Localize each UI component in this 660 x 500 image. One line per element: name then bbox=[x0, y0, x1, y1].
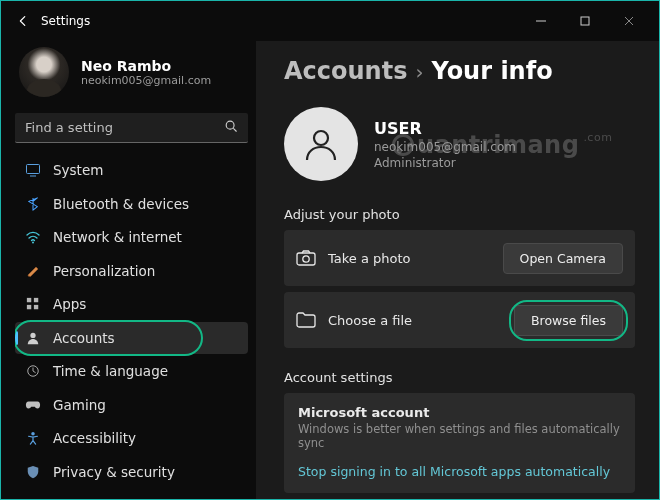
svg-rect-6 bbox=[27, 305, 31, 309]
sidebar-item-network[interactable]: Network & internet bbox=[15, 222, 248, 253]
open-camera-button[interactable]: Open Camera bbox=[503, 243, 623, 274]
gaming-icon bbox=[25, 397, 41, 413]
sidebar-item-label: Personalization bbox=[53, 263, 155, 279]
account-settings-heading: Account settings bbox=[284, 370, 635, 385]
search-input[interactable] bbox=[25, 120, 224, 135]
back-button[interactable] bbox=[9, 7, 37, 35]
sidebar-item-apps[interactable]: Apps bbox=[15, 289, 248, 320]
user-block: USER neokim005@gmail.com Administrator bbox=[284, 107, 635, 181]
svg-rect-0 bbox=[581, 17, 589, 25]
stop-signin-link[interactable]: Stop signing in to all Microsoft apps au… bbox=[298, 464, 621, 479]
svg-rect-2 bbox=[27, 165, 40, 174]
sidebar-item-gaming[interactable]: Gaming bbox=[15, 389, 248, 420]
browse-files-button[interactable]: Browse files bbox=[514, 305, 623, 336]
sidebar-item-label: Time & language bbox=[53, 363, 168, 379]
window-title: Settings bbox=[41, 14, 90, 28]
svg-point-3 bbox=[32, 242, 34, 244]
sidebar-item-accessibility[interactable]: Accessibility bbox=[15, 423, 248, 454]
sidebar-item-bluetooth[interactable]: Bluetooth & devices bbox=[15, 188, 248, 219]
accessibility-icon bbox=[25, 430, 41, 446]
svg-rect-4 bbox=[27, 298, 31, 302]
content-pane: Accounts › Your info USER neokim005@gmai… bbox=[256, 41, 659, 500]
svg-point-1 bbox=[226, 121, 234, 129]
chevron-right-icon: › bbox=[415, 60, 423, 84]
sidebar-item-system[interactable]: System bbox=[15, 155, 248, 186]
user-role: Administrator bbox=[374, 156, 516, 170]
sidebar-item-label: System bbox=[53, 162, 103, 178]
wifi-icon bbox=[25, 229, 41, 245]
svg-rect-7 bbox=[34, 305, 38, 309]
choose-file-card: Choose a file Browse files bbox=[284, 292, 635, 348]
sidebar-item-label: Bluetooth & devices bbox=[53, 196, 189, 212]
svg-point-13 bbox=[303, 256, 309, 262]
camera-icon bbox=[296, 248, 316, 268]
breadcrumb-parent[interactable]: Accounts bbox=[284, 57, 407, 85]
apps-icon bbox=[25, 296, 41, 312]
profile-block[interactable]: Neo Rambo neokim005@gmail.com bbox=[15, 41, 248, 111]
take-photo-card: Take a photo Open Camera bbox=[284, 230, 635, 286]
profile-email: neokim005@gmail.com bbox=[81, 74, 211, 87]
choose-file-label: Choose a file bbox=[328, 313, 502, 328]
paint-icon bbox=[25, 263, 41, 279]
sidebar-item-label: Apps bbox=[53, 296, 86, 312]
take-photo-label: Take a photo bbox=[328, 251, 491, 266]
folder-icon bbox=[296, 310, 316, 330]
sidebar: Neo Rambo neokim005@gmail.com System Blu… bbox=[1, 41, 256, 500]
avatar bbox=[19, 47, 69, 97]
sidebar-item-update[interactable]: Windows Update bbox=[15, 490, 248, 500]
shield-icon bbox=[25, 464, 41, 480]
user-name: USER bbox=[374, 119, 516, 138]
user-avatar bbox=[284, 107, 358, 181]
svg-rect-5 bbox=[34, 298, 38, 302]
system-icon bbox=[25, 162, 41, 178]
maximize-button[interactable] bbox=[563, 7, 607, 35]
sidebar-item-label: Accessibility bbox=[53, 430, 136, 446]
bluetooth-icon bbox=[25, 196, 41, 212]
profile-name: Neo Rambo bbox=[81, 58, 211, 74]
sidebar-item-time[interactable]: Time & language bbox=[15, 356, 248, 387]
sidebar-item-personalization[interactable]: Personalization bbox=[15, 255, 248, 286]
page-title: Your info bbox=[431, 57, 552, 85]
nav-list: System Bluetooth & devices Network & int… bbox=[15, 155, 248, 500]
svg-point-11 bbox=[314, 131, 328, 145]
adjust-photo-heading: Adjust your photo bbox=[284, 207, 635, 222]
search-input-wrap[interactable] bbox=[15, 113, 248, 143]
user-email: neokim005@gmail.com bbox=[374, 140, 516, 154]
ms-account-subtitle: Windows is better when settings and file… bbox=[298, 422, 621, 450]
ms-account-title: Microsoft account bbox=[298, 405, 621, 420]
breadcrumb: Accounts › Your info bbox=[284, 57, 635, 85]
microsoft-account-card[interactable]: Microsoft account Windows is better when… bbox=[284, 393, 635, 493]
sidebar-item-label: Accounts bbox=[53, 330, 115, 346]
sidebar-item-label: Privacy & security bbox=[53, 464, 175, 480]
svg-point-10 bbox=[31, 432, 35, 436]
sidebar-item-privacy[interactable]: Privacy & security bbox=[15, 456, 248, 487]
person-icon bbox=[25, 330, 41, 346]
sidebar-item-label: Gaming bbox=[53, 397, 106, 413]
close-button[interactable] bbox=[607, 7, 651, 35]
minimize-button[interactable] bbox=[519, 7, 563, 35]
sidebar-item-accounts[interactable]: Accounts bbox=[15, 322, 248, 353]
search-icon bbox=[224, 118, 238, 137]
clock-icon bbox=[25, 363, 41, 379]
svg-point-8 bbox=[30, 333, 35, 338]
sidebar-item-label: Network & internet bbox=[53, 229, 182, 245]
svg-rect-12 bbox=[297, 253, 315, 265]
